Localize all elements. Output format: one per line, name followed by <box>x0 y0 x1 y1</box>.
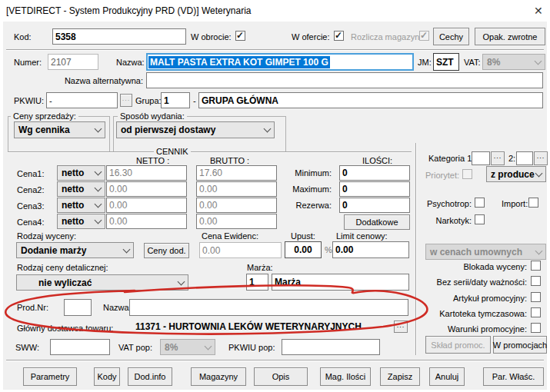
ceny-sprzedazy-value: Wg cennika <box>18 125 70 135</box>
import-label: Import: <box>502 199 528 209</box>
rodzaj-ceny-detalicznej-label: Rodzaj ceny detalicznej: <box>17 263 108 273</box>
ceny-dod-button[interactable]: Ceny dod. <box>144 243 189 258</box>
blokada-wyceny-checkbox[interactable] <box>531 261 541 271</box>
kategoria1-input[interactable] <box>472 151 490 165</box>
prod-nazwa-input[interactable] <box>129 299 408 316</box>
minimum-input[interactable]: 0 <box>339 165 410 181</box>
chevron-down-icon <box>178 277 185 285</box>
kategoria2-ellipsis-button[interactable]: ... <box>534 151 548 165</box>
warunki-promocyjne-label: Warunki promocyjne: <box>448 324 527 334</box>
pkwiu-pop-label: PKWIU pop: <box>228 343 275 353</box>
narkotyk-checkbox[interactable] <box>475 214 485 224</box>
product-card-window: [VETDIRECT - System Produkcyjny PRD (VD)… <box>0 0 550 392</box>
kategoria2-label: 2: <box>508 154 515 164</box>
psychotrop-label: Psychotrop: <box>427 199 472 209</box>
cena3-netto-input[interactable]: 0.00 <box>106 198 187 213</box>
grupa-nr-input[interactable]: 1 <box>161 92 190 108</box>
chevron-down-icon <box>535 169 543 177</box>
pkwiu-pop-input[interactable] <box>282 339 380 355</box>
kartoteka-tymczasowa-checkbox[interactable] <box>531 307 541 317</box>
sww-input[interactable] <box>50 339 110 355</box>
limit-cenowy-input[interactable]: 0.00 <box>332 241 409 258</box>
cena2-netto-input[interactable]: 0.00 <box>106 181 187 197</box>
artykul-promocyjny-checkbox[interactable] <box>531 292 541 302</box>
marza-nr-input[interactable]: 1 <box>246 274 268 291</box>
opis-button[interactable]: Opis <box>254 367 308 386</box>
chevron-down-icon <box>95 125 102 133</box>
glowny-dostawca-label: Główny dostawca towaru: <box>17 324 113 334</box>
kategoria1-label: Kategoria 1: <box>428 154 474 164</box>
grupa-name-input[interactable]: GRUPA GŁÓWNA <box>198 92 543 108</box>
nazwa-input[interactable]: MALT PASTA EXTRA KOT GIMPET 100 G <box>146 53 414 71</box>
w-cenach-umownych-select: w cenach umownych <box>425 244 546 260</box>
chevron-down-icon <box>95 201 102 208</box>
cena2-mode-select[interactable]: netto <box>57 181 105 197</box>
upust-label: Upust: <box>291 231 315 241</box>
kategoria1-ellipsis-button[interactable]: ... <box>491 151 505 165</box>
pkwiu-ellipsis-button[interactable]: ... <box>120 94 132 107</box>
jm-input[interactable]: SZT <box>433 53 459 71</box>
grupa-label: Grupa: <box>135 96 162 106</box>
narkotyk-label: Narkotyk: <box>436 216 472 226</box>
zapisz-button[interactable]: Zapisz <box>380 367 420 386</box>
rozlicza-magazyn-checkbox <box>419 31 429 41</box>
cena1-mode-select[interactable]: netto <box>57 165 105 181</box>
w-obrocie-checkbox[interactable] <box>235 31 245 41</box>
kod-input[interactable]: 5358 <box>52 28 186 45</box>
kategoria2-input[interactable] <box>516 151 533 165</box>
vat-pop-value: 8% <box>165 342 178 353</box>
parametry-button[interactable]: Parametry <box>23 367 77 386</box>
par-wlasc-button[interactable]: Par. Właśc. <box>483 367 544 386</box>
priorytet-checkbox <box>462 169 472 179</box>
rodzaj-ceny-detalicznej-select[interactable]: nie wyliczać <box>16 274 188 291</box>
bez-serii-checkbox[interactable] <box>531 276 541 286</box>
close-icon[interactable]: ✕ <box>534 5 543 17</box>
rodzaj-wyceny-select[interactable]: Dodanie marży <box>16 242 134 258</box>
cena3-brutto-input[interactable]: 0.00 <box>196 198 277 213</box>
vat-pop-label: VAT pop: <box>118 343 152 353</box>
cena1-brutto-input[interactable]: 17.60 <box>196 165 277 181</box>
kod-label: Kod: <box>14 32 32 42</box>
cena4-brutto-input[interactable]: 0.00 <box>196 214 277 229</box>
sposob-wydania-select[interactable]: od pierwszej dostawy <box>116 121 275 138</box>
nazwa-alternatywna-input[interactable] <box>146 72 543 88</box>
magazyny-button[interactable]: Magazyny <box>191 367 246 386</box>
opak-zwrotne-button[interactable]: Opak. zwrotne <box>475 28 545 45</box>
vat-label: VAT: <box>464 58 481 68</box>
cena4-mode-select[interactable]: netto <box>57 214 105 229</box>
psychotrop-checkbox[interactable] <box>475 198 485 208</box>
marza-name-input[interactable]: Marża <box>272 274 409 291</box>
cechy-button[interactable]: Cechy <box>433 28 469 45</box>
cena3-mode-select[interactable]: netto <box>57 198 105 213</box>
dod-info-button[interactable]: Dod.info <box>128 367 172 386</box>
prod-nr-input[interactable] <box>64 299 92 316</box>
cena-ewidenc-label: Cena Ewidenc: <box>202 231 258 241</box>
mag-ilosci-button[interactable]: Mag. Ilości <box>320 367 371 386</box>
cena1-netto-input[interactable]: 16.30 <box>106 165 187 181</box>
nazwa-label: Nazwa: <box>116 58 145 68</box>
rezerwa-input[interactable]: 0 <box>339 198 410 213</box>
dodatkowe-button[interactable]: Dodatkowe <box>344 214 410 230</box>
nazwa-alternatywna-label: Nazwa alternatywna: <box>65 76 143 86</box>
anuluj-button[interactable]: Anuluj <box>429 367 465 386</box>
z-producenta-select[interactable]: z produce <box>486 166 546 182</box>
maximum-input[interactable]: 0 <box>339 181 410 197</box>
w-promocjach-button[interactable]: W promocjach <box>493 336 547 354</box>
cena2-brutto-input[interactable]: 0.00 <box>196 181 277 197</box>
grupa-dash: - <box>193 96 196 106</box>
dostawca-ellipsis-button[interactable]: ... <box>394 321 408 333</box>
vat-pop-select: 8% <box>160 339 215 355</box>
upust-input[interactable]: 0.00 <box>285 241 322 258</box>
import-checkbox[interactable] <box>528 198 538 208</box>
cena4-netto-input[interactable]: 0.00 <box>106 214 187 229</box>
prod-nr-label: Prod.Nr: <box>17 303 48 313</box>
pkwiu-input[interactable]: - <box>46 92 118 108</box>
kody-button[interactable]: Kody <box>94 367 120 386</box>
warunki-promocyjne-checkbox[interactable] <box>531 323 541 333</box>
cena-ewidenc-input: 0.00 <box>199 242 282 258</box>
ceny-sprzedazy-select[interactable]: Wg cennika <box>14 121 105 138</box>
w-ofercie-label: W ofercie: <box>292 32 330 42</box>
w-ofercie-checkbox[interactable] <box>334 31 344 41</box>
numer-input: 2107 <box>48 54 98 70</box>
selected-text: MALT PASTA EXTRA KOT GIMPET 100 G <box>148 56 330 68</box>
